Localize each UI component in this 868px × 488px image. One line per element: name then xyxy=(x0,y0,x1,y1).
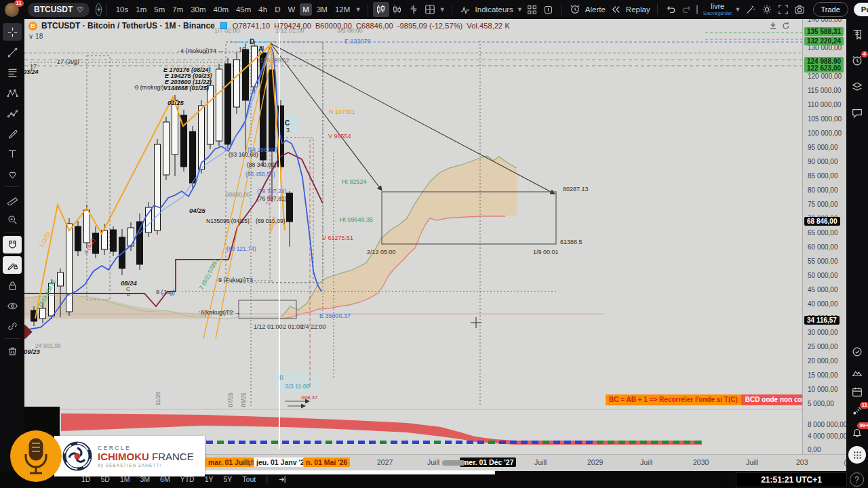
scores-target-icon[interactable] xyxy=(851,346,863,358)
publish-button[interactable]: Publier xyxy=(854,3,868,16)
layout-name-button[interactable]: livre Sauvegarder xyxy=(703,3,732,16)
volume-tick: 4 000 000,00 xyxy=(808,432,847,440)
brush-tool-button[interactable] xyxy=(3,125,22,142)
compare-add-button[interactable]: + xyxy=(96,3,102,16)
apps-menu-button[interactable] xyxy=(848,446,866,464)
timeframe-10s[interactable]: 10s xyxy=(113,3,132,16)
goto-date-icon[interactable] xyxy=(278,475,287,484)
price-tick: 5 000,00 xyxy=(808,400,834,407)
time-axis-label: jeu. 01 Janv '26 xyxy=(254,458,311,467)
price-tick: 55 000,00 xyxy=(808,258,838,265)
range-1y[interactable]: 1Y xyxy=(205,475,214,484)
zoom-in-tool-button[interactable] xyxy=(3,211,22,228)
timeframe-4h[interactable]: 4h xyxy=(256,3,270,16)
ideas-icon[interactable] xyxy=(851,367,863,379)
chart-type-candles-button[interactable] xyxy=(373,2,389,17)
timeframe-40m[interactable]: 40m xyxy=(211,3,231,16)
chart-type-alt-icon[interactable] xyxy=(389,2,406,17)
price-tick: 80 000,00 xyxy=(808,186,838,194)
trade-button[interactable]: Trade xyxy=(813,2,848,17)
quick-search-wand-icon[interactable] xyxy=(743,2,759,17)
price-tick: 110 000,00 xyxy=(808,101,841,108)
timeframe-45m[interactable]: 45m xyxy=(233,3,254,16)
timeframe-12M[interactable]: 12M xyxy=(332,3,353,16)
calendar-icon[interactable] xyxy=(851,386,863,398)
range-tout[interactable]: Tout xyxy=(242,475,256,484)
sync-drawings-link-button[interactable] xyxy=(3,317,22,335)
timeframe-30m[interactable]: 30m xyxy=(188,3,208,16)
streams-icon[interactable]: 11 xyxy=(851,405,863,417)
indicators-chevron-icon[interactable]: ▼ xyxy=(517,6,523,13)
range-5y[interactable]: 5Y xyxy=(224,475,233,484)
notifications-bell-icon[interactable]: 99+ xyxy=(851,426,863,439)
chart-canvas[interactable] xyxy=(24,19,802,454)
help-button[interactable]: ? xyxy=(850,472,864,487)
text-tool-button[interactable] xyxy=(3,145,22,163)
avatar[interactable]: 11 xyxy=(5,3,19,17)
indicators-button[interactable]: Indicateurs xyxy=(475,5,513,14)
timeframe-M[interactable]: M xyxy=(300,3,312,16)
alert-clock-icon[interactable] xyxy=(567,2,583,17)
chart-legend[interactable]: B BTCUSDT · Bitcoin / TetherUS · 1M · Bi… xyxy=(28,21,510,30)
undo-icon[interactable] xyxy=(663,2,679,17)
layout-chevron-icon[interactable]: ▼ xyxy=(439,6,446,13)
layout-grid-icon[interactable] xyxy=(422,2,438,17)
ohlc-low: B60000,00 xyxy=(315,22,352,30)
fundamentals-icon[interactable] xyxy=(540,2,557,17)
chart-symbol-title[interactable]: BTCUSDT · Bitcoin / TetherUS · 1M · Bina… xyxy=(41,21,215,30)
wave-rule-banner[interactable]: BC = AB + 1 => Recorréler l'onde si T(C)… xyxy=(606,394,825,405)
trend-line-tool-button[interactable] xyxy=(3,43,22,61)
alerts-clock-icon[interactable]: 4 xyxy=(851,54,863,66)
time-axis-label: Juill xyxy=(534,458,547,466)
indicators-icon[interactable] xyxy=(457,2,473,17)
redo-icon[interactable] xyxy=(679,2,695,17)
timeframe-1m[interactable]: 1m xyxy=(133,3,149,16)
remove-drawings-trash-button[interactable] xyxy=(3,342,22,360)
timeframe-chevron-icon[interactable]: ▼ xyxy=(355,6,361,13)
timeframe-7m[interactable]: 7m xyxy=(170,3,186,16)
footer-divider: | xyxy=(266,475,268,484)
fib-retracement-tool-button[interactable] xyxy=(3,64,22,81)
price-label-green: 122 623,00 xyxy=(804,64,844,73)
xabcd-pattern-tool-button[interactable] xyxy=(3,84,22,102)
magnet-mode-button[interactable] xyxy=(3,236,22,253)
drawing-lock-button[interactable] xyxy=(3,256,22,274)
clock[interactable]: 21:51:21 UTC+1 xyxy=(736,472,847,487)
layout-checkbox[interactable] xyxy=(696,5,698,14)
timeline-scrollbar[interactable] xyxy=(442,460,465,466)
object-tree-icon[interactable] xyxy=(851,81,863,94)
fullscreen-icon[interactable] xyxy=(775,2,791,17)
logo-byline: by SÉBASTIEN ZANETTI xyxy=(98,463,194,468)
settings-gear-icon[interactable] xyxy=(759,2,775,17)
price-label-black: 68 846,00 xyxy=(804,217,840,226)
watchlist-icon[interactable] xyxy=(851,28,863,41)
alert-button[interactable]: Alerte xyxy=(585,5,606,14)
timeframe-3M[interactable]: 3M xyxy=(314,3,330,16)
layout-name-chevron-icon[interactable]: ▼ xyxy=(735,6,741,13)
price-scale[interactable]: 140 000,00135 000,00130 000,00125 000,00… xyxy=(802,19,847,454)
time-axis-label: mer. 01 Déc '27 xyxy=(460,458,516,467)
replay-button[interactable]: Replay xyxy=(626,5,650,14)
replay-icon[interactable] xyxy=(608,2,624,17)
symbol-search-button[interactable]: BTCUSDT ♡ xyxy=(28,3,90,17)
chat-icon[interactable] xyxy=(851,107,863,119)
price-tick: 45 000,00 xyxy=(808,286,838,293)
hide-drawings-button[interactable] xyxy=(3,297,22,314)
scale-quick-icons[interactable] xyxy=(769,22,790,30)
heart-icon[interactable]: ♡ xyxy=(77,5,83,14)
streams-badge: 11 xyxy=(860,402,868,409)
indicator-templates-icon[interactable] xyxy=(524,2,540,17)
ruler-tool-button[interactable] xyxy=(3,190,22,208)
timeframe-5m[interactable]: 5m xyxy=(151,3,167,16)
crosshair-tool-button[interactable] xyxy=(3,23,22,41)
clock-time: 21:51:21 UTC+1 xyxy=(761,475,822,485)
forecast-tool-button[interactable] xyxy=(3,104,22,122)
bar-pattern-icon[interactable] xyxy=(406,2,422,17)
timeframe-W[interactable]: W xyxy=(285,3,298,16)
ohlc-volume: Vol.458,22 K xyxy=(467,22,510,30)
emoji-tool-button[interactable] xyxy=(3,165,22,183)
lock-all-drawings-button[interactable] xyxy=(3,277,22,294)
snapshot-camera-icon[interactable] xyxy=(791,2,808,17)
timeframe-D[interactable]: D xyxy=(272,3,283,16)
notifications-badge: 99+ xyxy=(857,422,868,429)
